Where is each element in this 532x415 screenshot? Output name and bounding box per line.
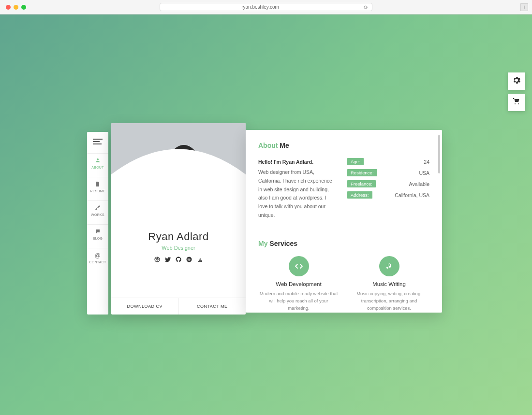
info-value: USA (419, 170, 429, 176)
browser-chrome: ryan.beshley.com ⟳ + (0, 0, 532, 14)
heading-rest: Me (278, 142, 289, 149)
about-bio: Hello! I'm Ryan Adlard. Web designer fro… (258, 158, 336, 220)
music-icon (379, 256, 399, 276)
service-title: Web Development (258, 281, 339, 287)
at-icon: @ (95, 252, 101, 259)
person-icon (95, 157, 100, 164)
info-value: 24 (424, 159, 429, 165)
nav-works[interactable]: WORKS (87, 200, 108, 220)
document-icon (95, 181, 100, 188)
gear-icon (513, 76, 520, 86)
nav-blog[interactable]: BLOG (87, 224, 108, 244)
info-value: Available (409, 181, 429, 187)
profile-role: Web Designer (116, 245, 241, 251)
nav-label: RESUME (90, 189, 105, 193)
nav-label: WORKS (91, 213, 104, 216)
code-icon (289, 256, 309, 276)
cart-icon (513, 98, 520, 107)
profile-actions: DOWNLOAD CV CONTACT ME (111, 298, 246, 315)
info-label: Freelance: (347, 180, 376, 187)
maximize-window-btn[interactable] (21, 5, 26, 10)
info-row-address: Address: California, USA (347, 191, 429, 199)
divider (258, 230, 429, 231)
profile-info: Ryan Adlard Web Designer (111, 225, 246, 268)
about-bio-text: Web designer from USA, California. I hav… (258, 169, 332, 218)
minimize-window-btn[interactable] (14, 5, 18, 10)
heading-accent: My (258, 240, 267, 247)
download-cv-button[interactable]: DOWNLOAD CV (111, 298, 179, 315)
profile-name: Ryan Adlard (116, 230, 241, 243)
traffic-lights (6, 5, 26, 10)
service-desc: Music copying, writing, creating, transc… (349, 290, 429, 312)
heading-accent: About (258, 142, 278, 149)
dribbble-icon[interactable] (154, 257, 160, 264)
sidebar: ABOUT RESUME WORKS BLOG @ (87, 132, 108, 315)
nav-label: ABOUT (91, 166, 104, 169)
github-icon[interactable] (176, 257, 181, 264)
settings-button[interactable] (508, 72, 525, 90)
info-row-age: Age: 24 (347, 158, 429, 165)
svg-point-5 (155, 257, 160, 262)
info-value: California, USA (395, 192, 429, 198)
nav-label: BLOG (93, 237, 103, 240)
profile-photo (111, 123, 246, 225)
nav-resume[interactable]: RESUME (87, 177, 108, 197)
contact-me-button[interactable]: CONTACT ME (179, 298, 246, 315)
info-label: Residence: (347, 169, 377, 176)
services-heading: My Services (258, 240, 429, 247)
address-bar[interactable]: ryan.beshley.com ⟳ (160, 3, 372, 11)
chat-icon (95, 229, 100, 235)
url-text: ryan.beshley.com (241, 4, 279, 10)
info-label: Address: (347, 191, 372, 199)
services-grid: Web Development Modern and mobile-ready … (258, 256, 429, 312)
info-row-residence: Residence: USA (347, 169, 429, 176)
info-row-freelance: Freelance: Available (347, 180, 429, 187)
nav-about[interactable]: ABOUT (87, 153, 108, 173)
service-music: Music Writing Music copying, writing, cr… (349, 256, 429, 312)
close-window-btn[interactable] (6, 5, 11, 10)
brush-icon (95, 205, 100, 212)
nav-contact[interactable]: @ CONTACT (87, 248, 108, 268)
scrollbar[interactable] (438, 135, 440, 308)
service-web: Web Development Modern and mobile-ready … (258, 256, 339, 312)
cart-button[interactable] (508, 94, 525, 111)
about-greeting: Hello! I'm Ryan Adlard. (258, 158, 336, 167)
info-label: Age: (347, 158, 364, 165)
floating-buttons (508, 72, 525, 111)
twitter-icon[interactable] (165, 257, 171, 264)
menu-toggle[interactable] (93, 139, 103, 144)
new-tab-button[interactable]: + (520, 3, 528, 11)
about-info-list: Age: 24 Residence: USA Freelance: Availa… (347, 158, 429, 220)
social-links (116, 257, 241, 264)
content-panel: About Me Hello! I'm Ryan Adlard. Web des… (246, 130, 442, 313)
nav-label: CONTACT (89, 260, 106, 264)
spotify-icon[interactable] (186, 257, 192, 264)
main-stage: ABOUT RESUME WORKS BLOG @ (87, 123, 442, 315)
about-heading: About Me (258, 142, 429, 149)
page-background: ABOUT RESUME WORKS BLOG @ (0, 14, 532, 415)
about-row: Hello! I'm Ryan Adlard. Web designer fro… (258, 158, 429, 220)
service-title: Music Writing (349, 281, 429, 287)
stackoverflow-icon[interactable] (197, 257, 203, 264)
heading-rest: Services (267, 240, 297, 247)
profile-card: Ryan Adlard Web Designer (111, 123, 246, 315)
refresh-icon[interactable]: ⟳ (364, 4, 368, 10)
service-desc: Modern and mobile-ready website that wil… (258, 290, 339, 312)
